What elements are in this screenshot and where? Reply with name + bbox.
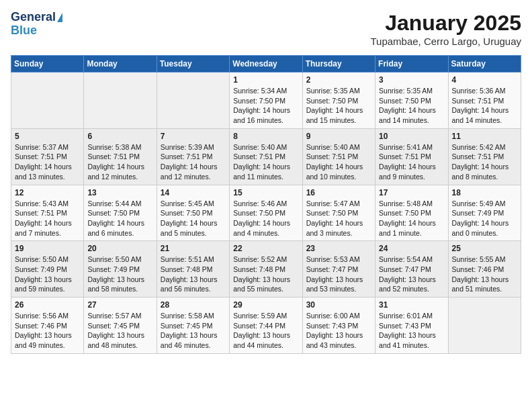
day-number: 13 bbox=[87, 188, 152, 197]
calendar-cell: 20Sunrise: 5:50 AM Sunset: 7:49 PM Dayli… bbox=[84, 241, 157, 298]
day-number: 16 bbox=[306, 188, 371, 197]
day-number: 23 bbox=[306, 244, 371, 253]
day-number: 22 bbox=[233, 244, 298, 253]
day-info: Sunrise: 5:38 AM Sunset: 7:51 PM Dayligh… bbox=[87, 142, 152, 182]
calendar-cell: 10Sunrise: 5:41 AM Sunset: 7:51 PM Dayli… bbox=[375, 128, 448, 185]
page-title: January 2025 bbox=[370, 11, 521, 36]
calendar-cell: 9Sunrise: 5:40 AM Sunset: 7:51 PM Daylig… bbox=[302, 128, 375, 185]
day-number: 30 bbox=[306, 300, 371, 310]
calendar-cell: 18Sunrise: 5:49 AM Sunset: 7:49 PM Dayli… bbox=[448, 185, 521, 241]
day-number: 15 bbox=[233, 188, 298, 197]
calendar-cell: 5Sunrise: 5:37 AM Sunset: 7:51 PM Daylig… bbox=[11, 128, 84, 185]
calendar-week-row: 26Sunrise: 5:56 AM Sunset: 7:46 PM Dayli… bbox=[11, 298, 521, 354]
day-number: 1 bbox=[233, 75, 298, 85]
logo-icon bbox=[57, 13, 62, 22]
day-info: Sunrise: 5:56 AM Sunset: 7:46 PM Dayligh… bbox=[15, 311, 80, 351]
calendar-week-row: 12Sunrise: 5:43 AM Sunset: 7:51 PM Dayli… bbox=[11, 185, 521, 241]
day-info: Sunrise: 5:58 AM Sunset: 7:45 PM Dayligh… bbox=[161, 311, 226, 351]
day-info: Sunrise: 5:57 AM Sunset: 7:45 PM Dayligh… bbox=[87, 311, 152, 351]
calendar-cell: 6Sunrise: 5:38 AM Sunset: 7:51 PM Daylig… bbox=[84, 128, 157, 185]
day-number: 19 bbox=[15, 244, 80, 253]
calendar-cell: 12Sunrise: 5:43 AM Sunset: 7:51 PM Dayli… bbox=[11, 185, 84, 241]
day-number: 29 bbox=[233, 300, 298, 310]
day-info: Sunrise: 6:00 AM Sunset: 7:43 PM Dayligh… bbox=[306, 311, 371, 351]
day-number: 12 bbox=[15, 188, 80, 197]
day-number: 3 bbox=[379, 75, 444, 85]
calendar-cell bbox=[157, 73, 229, 129]
calendar-cell: 24Sunrise: 5:54 AM Sunset: 7:47 PM Dayli… bbox=[375, 241, 448, 298]
day-info: Sunrise: 5:48 AM Sunset: 7:50 PM Dayligh… bbox=[379, 199, 444, 238]
calendar-cell: 31Sunrise: 6:01 AM Sunset: 7:43 PM Dayli… bbox=[375, 298, 448, 354]
day-number: 2 bbox=[306, 75, 371, 85]
day-info: Sunrise: 5:52 AM Sunset: 7:48 PM Dayligh… bbox=[233, 255, 298, 294]
calendar-week-row: 5Sunrise: 5:37 AM Sunset: 7:51 PM Daylig… bbox=[11, 128, 521, 185]
calendar-cell: 28Sunrise: 5:58 AM Sunset: 7:45 PM Dayli… bbox=[157, 298, 229, 354]
day-number: 4 bbox=[452, 75, 517, 85]
day-number: 18 bbox=[452, 188, 517, 197]
day-number: 20 bbox=[87, 244, 152, 253]
logo-blue-text: Blue bbox=[11, 24, 62, 38]
page-header: General Blue January 2025 Tupambae, Cerr… bbox=[11, 11, 521, 47]
calendar-cell: 27Sunrise: 5:57 AM Sunset: 7:45 PM Dayli… bbox=[84, 298, 157, 354]
calendar-cell: 11Sunrise: 5:42 AM Sunset: 7:51 PM Dayli… bbox=[448, 128, 521, 185]
day-info: Sunrise: 5:59 AM Sunset: 7:44 PM Dayligh… bbox=[233, 311, 298, 351]
calendar-header-row: SundayMondayTuesdayWednesdayThursdayFrid… bbox=[11, 56, 521, 73]
day-info: Sunrise: 5:40 AM Sunset: 7:51 PM Dayligh… bbox=[306, 142, 371, 182]
calendar-cell: 4Sunrise: 5:36 AM Sunset: 7:51 PM Daylig… bbox=[448, 73, 521, 129]
day-info: Sunrise: 5:51 AM Sunset: 7:48 PM Dayligh… bbox=[161, 255, 226, 294]
day-info: Sunrise: 5:37 AM Sunset: 7:51 PM Dayligh… bbox=[15, 142, 80, 182]
page-subtitle: Tupambae, Cerro Largo, Uruguay bbox=[370, 36, 521, 47]
day-number: 14 bbox=[161, 188, 226, 197]
day-number: 9 bbox=[306, 132, 371, 141]
weekday-header: Wednesday bbox=[230, 56, 302, 73]
calendar-cell bbox=[11, 73, 84, 129]
day-number: 5 bbox=[15, 132, 80, 141]
calendar-cell: 19Sunrise: 5:50 AM Sunset: 7:49 PM Dayli… bbox=[11, 241, 84, 298]
calendar-cell: 26Sunrise: 5:56 AM Sunset: 7:46 PM Dayli… bbox=[11, 298, 84, 354]
calendar-cell: 30Sunrise: 6:00 AM Sunset: 7:43 PM Dayli… bbox=[302, 298, 375, 354]
day-info: Sunrise: 5:55 AM Sunset: 7:46 PM Dayligh… bbox=[452, 255, 517, 294]
day-info: Sunrise: 5:47 AM Sunset: 7:50 PM Dayligh… bbox=[306, 199, 371, 238]
day-info: Sunrise: 5:53 AM Sunset: 7:47 PM Dayligh… bbox=[306, 255, 371, 294]
day-number: 17 bbox=[379, 188, 444, 197]
calendar-week-row: 1Sunrise: 5:34 AM Sunset: 7:50 PM Daylig… bbox=[11, 73, 521, 129]
calendar-cell: 2Sunrise: 5:35 AM Sunset: 7:50 PM Daylig… bbox=[302, 73, 375, 129]
calendar-cell: 25Sunrise: 5:55 AM Sunset: 7:46 PM Dayli… bbox=[448, 241, 521, 298]
day-info: Sunrise: 5:35 AM Sunset: 7:50 PM Dayligh… bbox=[306, 86, 371, 126]
day-number: 11 bbox=[452, 132, 517, 141]
day-number: 31 bbox=[379, 300, 444, 310]
calendar-cell: 13Sunrise: 5:44 AM Sunset: 7:50 PM Dayli… bbox=[84, 185, 157, 241]
day-number: 6 bbox=[87, 132, 152, 141]
calendar-cell: 16Sunrise: 5:47 AM Sunset: 7:50 PM Dayli… bbox=[302, 185, 375, 241]
day-info: Sunrise: 5:42 AM Sunset: 7:51 PM Dayligh… bbox=[452, 142, 517, 182]
calendar-cell: 7Sunrise: 5:39 AM Sunset: 7:51 PM Daylig… bbox=[157, 128, 229, 185]
calendar-cell: 8Sunrise: 5:40 AM Sunset: 7:51 PM Daylig… bbox=[230, 128, 302, 185]
calendar-cell: 23Sunrise: 5:53 AM Sunset: 7:47 PM Dayli… bbox=[302, 241, 375, 298]
day-info: Sunrise: 5:36 AM Sunset: 7:51 PM Dayligh… bbox=[452, 86, 517, 126]
day-number: 21 bbox=[161, 244, 226, 253]
day-info: Sunrise: 5:50 AM Sunset: 7:49 PM Dayligh… bbox=[15, 255, 80, 294]
day-info: Sunrise: 5:46 AM Sunset: 7:50 PM Dayligh… bbox=[233, 199, 298, 238]
day-info: Sunrise: 5:34 AM Sunset: 7:50 PM Dayligh… bbox=[233, 86, 298, 126]
day-number: 8 bbox=[233, 132, 298, 141]
day-number: 7 bbox=[161, 132, 226, 141]
weekday-header: Tuesday bbox=[157, 56, 229, 73]
day-info: Sunrise: 5:45 AM Sunset: 7:50 PM Dayligh… bbox=[161, 199, 226, 238]
calendar-cell bbox=[448, 298, 521, 354]
calendar-cell bbox=[84, 73, 157, 129]
day-number: 24 bbox=[379, 244, 444, 253]
calendar-cell: 17Sunrise: 5:48 AM Sunset: 7:50 PM Dayli… bbox=[375, 185, 448, 241]
weekday-header: Saturday bbox=[448, 56, 521, 73]
calendar-cell: 14Sunrise: 5:45 AM Sunset: 7:50 PM Dayli… bbox=[157, 185, 229, 241]
logo-general-text: General bbox=[11, 11, 56, 24]
calendar-cell: 3Sunrise: 5:35 AM Sunset: 7:50 PM Daylig… bbox=[375, 73, 448, 129]
day-info: Sunrise: 5:41 AM Sunset: 7:51 PM Dayligh… bbox=[379, 142, 444, 182]
weekday-header: Monday bbox=[84, 56, 157, 73]
calendar-cell: 21Sunrise: 5:51 AM Sunset: 7:48 PM Dayli… bbox=[157, 241, 229, 298]
calendar-cell: 1Sunrise: 5:34 AM Sunset: 7:50 PM Daylig… bbox=[230, 73, 302, 129]
day-info: Sunrise: 5:49 AM Sunset: 7:49 PM Dayligh… bbox=[452, 199, 517, 238]
day-number: 28 bbox=[161, 300, 226, 310]
day-info: Sunrise: 5:39 AM Sunset: 7:51 PM Dayligh… bbox=[161, 142, 226, 182]
day-info: Sunrise: 5:40 AM Sunset: 7:51 PM Dayligh… bbox=[233, 142, 298, 182]
calendar-cell: 15Sunrise: 5:46 AM Sunset: 7:50 PM Dayli… bbox=[230, 185, 302, 241]
